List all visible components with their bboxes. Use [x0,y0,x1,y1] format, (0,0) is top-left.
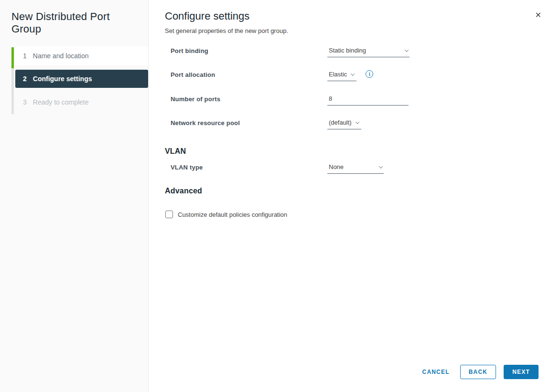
vlan-section-title: VLAN [165,147,186,156]
step-number: 2 [23,75,27,83]
number-of-ports-input[interactable] [327,95,409,106]
form-row-port-binding: Port binding Static binding [171,47,540,57]
form-row-port-allocation: Port allocation Elastic i [171,71,540,81]
network-resource-pool-select[interactable]: (default) [327,119,361,129]
chevron-down-icon [355,120,359,124]
page-title: Configure settings [165,10,249,22]
step-number: 1 [23,52,27,60]
number-of-ports-label: Number of ports [171,95,327,103]
step-number: 3 [23,98,27,106]
wizard-title: New Distributed Port Group [0,0,148,35]
step-label: Configure settings [33,75,92,83]
form-row-network-resource-pool: Network resource pool (default) [171,119,540,129]
form-row-number-of-ports: Number of ports [171,95,540,106]
vlan-type-label: VLAN type [171,163,327,171]
step-name-and-location[interactable]: 1 Name and location [15,46,148,65]
chevron-down-icon [351,72,355,75]
vlan-type-value: None [329,163,344,170]
wizard-footer: CANCEL BACK NEXT [420,365,539,379]
cancel-button[interactable]: CANCEL [420,365,453,379]
close-icon[interactable]: ✕ [535,11,541,19]
customize-policies-checkbox[interactable] [165,211,173,218]
step-ready-to-complete[interactable]: 3 Ready to complete [15,93,148,111]
vlan-type-select[interactable]: None [327,163,384,174]
step-configure-settings[interactable]: 2 Configure settings [15,70,148,88]
chevron-down-icon [405,48,409,52]
network-resource-pool-label: Network resource pool [171,119,327,127]
step-label: Name and location [33,52,89,60]
wizard-content-panel: ✕ Configure settings Set general propert… [149,0,550,392]
advanced-section-title: Advanced [165,187,202,195]
customize-policies-row: Customize default policies configuration [165,211,287,218]
customize-policies-label[interactable]: Customize default policies configuration [178,211,287,218]
page-subtitle: Set general properties of the new port g… [165,27,288,34]
next-button[interactable]: NEXT [504,365,539,379]
wizard-sidebar: New Distributed Port Group 1 Name and lo… [0,0,149,392]
chevron-down-icon [379,164,383,168]
port-allocation-label: Port allocation [171,71,327,78]
progress-track-remaining [11,68,14,114]
port-allocation-value: Elastic [329,71,347,78]
port-binding-label: Port binding [171,47,327,54]
step-label: Ready to complete [33,98,89,106]
port-binding-select[interactable]: Static binding [327,47,410,57]
info-icon[interactable]: i [366,70,373,78]
network-resource-pool-value: (default) [329,119,352,126]
progress-track-completed [11,47,14,68]
port-binding-value: Static binding [329,47,366,54]
wizard-steps: 1 Name and location 2 Configure settings… [0,46,148,111]
port-allocation-select[interactable]: Elastic [327,71,356,81]
form-row-vlan-type: VLAN type None [171,163,540,174]
back-button[interactable]: BACK [460,365,496,379]
